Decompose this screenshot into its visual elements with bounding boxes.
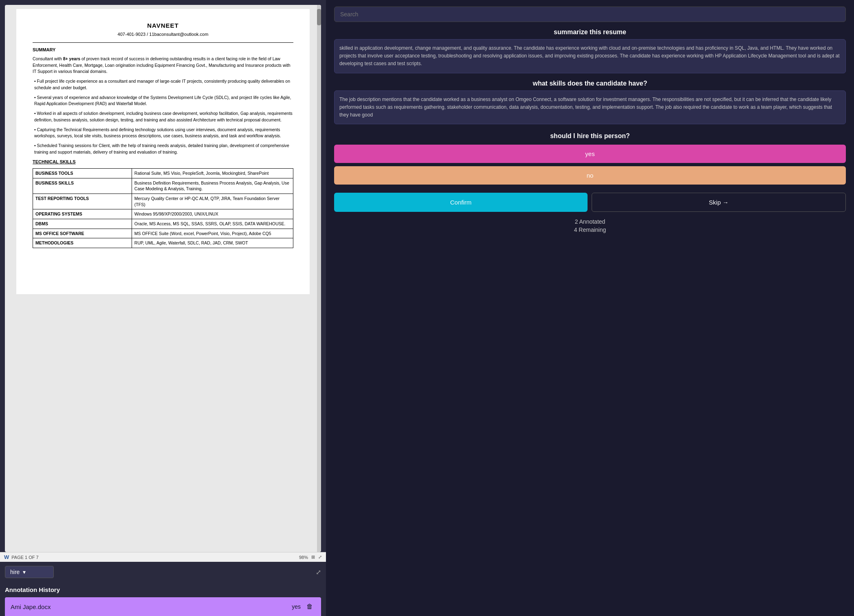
qa-section-2: what skills does the candidate have? The… xyxy=(334,80,846,125)
left-panel: NAVNEET 407-401-9023 / 11baconsultant@ou… xyxy=(0,0,326,616)
label-value: hire xyxy=(10,569,20,575)
skill-value: MS OFFICE Suite (Word, excel, PowerPoint… xyxy=(132,229,293,238)
tech-skills-title: TECHNICAL SKILLS xyxy=(33,159,293,165)
annotation-bar: hire ▾ ⤢ xyxy=(0,562,326,582)
q2-question: what skills does the candidate have? xyxy=(334,80,846,87)
annotation-history-title: Annotation History xyxy=(5,586,321,593)
skill-category: BUSINESS TOOLS xyxy=(33,168,132,178)
bullet-3: • Worked in all aspects of solution deve… xyxy=(33,110,293,123)
scrollbar-thumb[interactable] xyxy=(317,9,321,25)
doc-toolbar-left: W PAGE 1 OF 7 xyxy=(4,554,39,560)
skills-row: METHODOLOGIESRUP, UML, Agile, Waterfall,… xyxy=(33,238,293,248)
skill-value: Rational Suite, MS Visio, PeopleSoft, Jo… xyxy=(132,168,293,178)
bullet-5: • Scheduled Training sessions for Client… xyxy=(33,143,293,156)
skill-category: METHODOLOGIES xyxy=(33,238,132,248)
skills-row: TEST REPORTING TOOLSMercury Quality Cent… xyxy=(33,194,293,209)
view-icon[interactable]: ⊞ xyxy=(311,554,315,560)
skills-row: OPERATING SYSTEMSWindows 95/98/XP/2000/2… xyxy=(33,209,293,219)
q1-answer: skilled in application development, chan… xyxy=(334,39,846,73)
history-filename: Ami Jape.docx xyxy=(11,603,288,610)
chevron-down-icon: ▾ xyxy=(23,569,26,575)
skill-value: Business Definition Requirements, Busine… xyxy=(132,178,293,194)
bullet-1: • Full project life cycle experience as … xyxy=(33,78,293,91)
scrollbar-track[interactable] xyxy=(317,5,321,552)
annotation-history: Annotation History Ami Jape.docx yes 🗑 xyxy=(0,582,326,616)
skill-category: BUSINESS SKILLS xyxy=(33,178,132,194)
stats: 2 Annotated 4 Remaining xyxy=(334,218,846,233)
word-icon: W xyxy=(4,554,9,560)
history-delete-button[interactable]: 🗑 xyxy=(304,602,315,611)
fullscreen-icon[interactable]: ⤢ xyxy=(318,554,322,560)
skill-category: OPERATING SYSTEMS xyxy=(33,209,132,219)
hire-question: should I hire this person? xyxy=(334,132,846,140)
skill-value: RUP, UML, Agile, Waterfall, SDLC, RAD, J… xyxy=(132,238,293,248)
skills-row: BUSINESS TOOLSRational Suite, MS Visio, … xyxy=(33,168,293,178)
skills-row: DBMSOracle, MS Access, MS SQL, SSAS, SSR… xyxy=(33,219,293,229)
doc-toolbar: W PAGE 1 OF 7 98% ⊞ ⤢ xyxy=(0,552,326,562)
hire-yes-button[interactable]: yes xyxy=(334,145,846,163)
skills-row: MS OFFICE SOFTWAREMS OFFICE Suite (Word,… xyxy=(33,229,293,238)
zoom-level: 98% xyxy=(299,555,308,560)
hire-no-button[interactable]: no xyxy=(334,166,846,185)
bullet-2: • Several years of experience and advanc… xyxy=(33,95,293,108)
skill-category: TEST REPORTING TOOLS xyxy=(33,194,132,209)
skills-table: BUSINESS TOOLSRational Suite, MS Visio, … xyxy=(33,168,293,248)
q2-answer: The job description mentions that the ca… xyxy=(334,90,846,125)
label-dropdown[interactable]: hire ▾ xyxy=(5,566,54,578)
skill-category: MS OFFICE SOFTWARE xyxy=(33,229,132,238)
summary-intro: Consultant with 8+ years of proven track… xyxy=(33,56,293,75)
search-input[interactable] xyxy=(334,7,846,22)
doc-toolbar-right: 98% ⊞ ⤢ xyxy=(299,554,322,560)
skill-value: Windows 95/98/XP/2000/2003, UNIX/LINUX xyxy=(132,209,293,219)
qa-section-1: summarize this resume skilled in applica… xyxy=(334,29,846,73)
skills-row: BUSINESS SKILLSBusiness Definition Requi… xyxy=(33,178,293,194)
doc-content: NAVNEET 407-401-9023 / 11baconsultant@ou… xyxy=(16,9,310,294)
page-info: PAGE 1 OF 7 xyxy=(11,555,38,560)
history-item: Ami Jape.docx yes 🗑 xyxy=(5,597,321,616)
summary-title: SUMMARY xyxy=(33,47,293,53)
doc-contact: 407-401-9023 / 11baconsultant@outlook.co… xyxy=(33,31,293,37)
expand-button[interactable]: ⤢ xyxy=(316,568,321,576)
q1-question: summarize this resume xyxy=(334,29,846,36)
remaining-count: 4 Remaining xyxy=(334,227,846,233)
annotated-count: 2 Annotated xyxy=(334,218,846,225)
skill-value: Oracle, MS Access, MS SQL, SSAS, SSRS, O… xyxy=(132,219,293,229)
skill-value: Mercury Quality Center or HP-QC ALM, QTP… xyxy=(132,194,293,209)
doc-viewer: NAVNEET 407-401-9023 / 11baconsultant@ou… xyxy=(5,5,321,552)
confirm-button[interactable]: Confirm xyxy=(334,193,588,212)
hire-buttons: yes no xyxy=(334,145,846,185)
bullet-4: • Capturing the Technical Requirements a… xyxy=(33,127,293,140)
skill-category: DBMS xyxy=(33,219,132,229)
skip-button[interactable]: Skip → xyxy=(592,193,846,212)
history-label-value: yes xyxy=(292,603,301,610)
right-panel: summarize this resume skilled in applica… xyxy=(326,0,854,616)
action-buttons: Confirm Skip → xyxy=(334,193,846,212)
doc-candidate-name: NAVNEET xyxy=(33,21,293,30)
qa-section-3: should I hire this person? yes no xyxy=(334,131,846,185)
